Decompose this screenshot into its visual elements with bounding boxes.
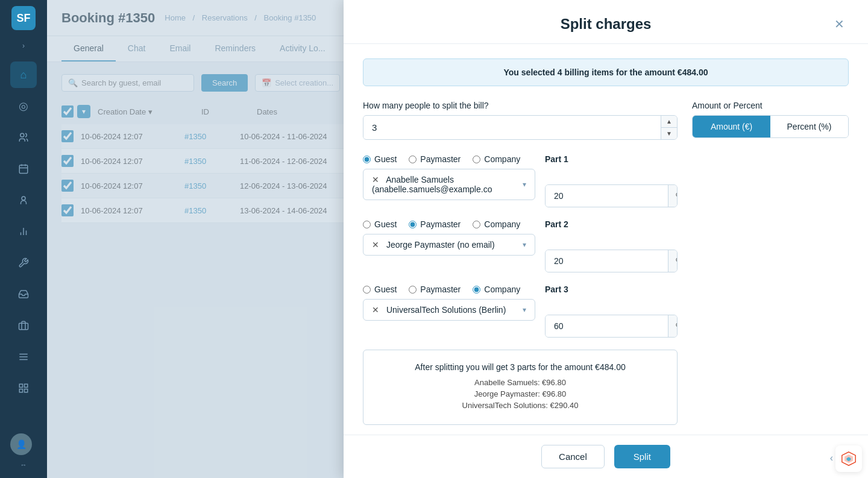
svg-rect-9 (19, 323, 28, 330)
sidebar-bottom: 👤 ↔ (10, 433, 37, 472)
radio-paymaster-label-2: Paymaster (420, 219, 461, 229)
modal-header: Split charges ✕ (344, 0, 868, 44)
summary-line-2: UniversalTech Solutions: €290.40 (378, 401, 662, 410)
radio-guest-1[interactable]: Guest (363, 154, 397, 164)
radio-group-2: Guest Paymaster Company (363, 219, 535, 229)
close-button[interactable]: ✕ (829, 14, 849, 34)
modal-title: Split charges (382, 16, 829, 33)
svg-point-5 (22, 197, 25, 200)
sidebar-item-search[interactable]: ◎ (10, 93, 37, 119)
sidebar-item-list[interactable] (10, 344, 37, 370)
part3-person-name: UniversalTech Solutions (Berlin) (386, 305, 506, 315)
svg-rect-14 (25, 384, 28, 387)
svg-rect-1 (19, 165, 28, 174)
svg-point-0 (20, 133, 24, 137)
sidebar-item-grid[interactable] (10, 375, 37, 401)
radio-guest-label-1: Guest (374, 154, 397, 164)
part2-dropdown-arrow: ▾ (523, 241, 526, 249)
part3-label: Part 3 (545, 285, 678, 294)
part-right-1: Part 1 % (545, 154, 678, 207)
radio-paymaster-label-3: Paymaster (420, 285, 461, 294)
split-form: How many people to split the bill? ▲ ▼ (363, 101, 849, 425)
part-left-3: Guest Paymaster Company (363, 285, 535, 321)
radio-group-1: Guest Paymaster Company (363, 154, 535, 164)
radio-guest-label-2: Guest (374, 219, 397, 229)
sidebar-item-users[interactable] (10, 124, 37, 151)
summary-line-1: Jeorge Paymaster: €96.80 (378, 389, 662, 398)
svg-rect-15 (25, 389, 28, 392)
svg-rect-16 (19, 389, 22, 392)
left-column: How many people to split the bill? ▲ ▼ (363, 101, 678, 425)
sidebar-item-chart[interactable] (10, 218, 37, 245)
part1-amount-input[interactable] (546, 185, 668, 207)
sidebar-item-calendar[interactable] (10, 156, 37, 182)
part1-amount-wrap: % (545, 184, 678, 207)
part3-dropdown[interactable]: ✕ UniversalTech Solutions (Berlin) ▾ (363, 299, 535, 321)
radio-paymaster-label-1: Paymaster (420, 154, 461, 164)
part-left-1: Guest Paymaster Company (363, 154, 535, 200)
radio-guest-3[interactable]: Guest (363, 285, 397, 294)
part1-dropdown[interactable]: ✕ Anabelle Samuels (anabelle.samuels@exa… (363, 169, 535, 200)
part3-clear-icon[interactable]: ✕ (372, 305, 379, 315)
part3-amount-wrap: % (545, 315, 678, 338)
part-right-2: Part 2 % (545, 219, 678, 272)
percent-button[interactable]: Percent (%) (770, 116, 848, 137)
sidebar-item-badge[interactable] (10, 312, 37, 339)
radio-guest-2[interactable]: Guest (363, 219, 397, 229)
info-banner: You selected 4 billing items for the amo… (363, 58, 849, 86)
sidebar: SF › ⌂ ◎ 👤 ↔ (0, 0, 47, 478)
radio-company-label-1: Company (484, 154, 520, 164)
radio-company-label-2: Company (484, 219, 520, 229)
part-left-2: Guest Paymaster Company (363, 219, 535, 256)
part-row-2: Guest Paymaster Company (363, 219, 678, 272)
modal-footer: Cancel Split (344, 435, 868, 478)
part-row-1: Guest Paymaster Company (363, 154, 678, 207)
part3-amount-input[interactable] (546, 315, 668, 337)
radio-paymaster-2[interactable]: Paymaster (409, 219, 461, 229)
split-charges-modal: Split charges ✕ You selected 4 billing i… (344, 0, 868, 478)
summary-title: After splitting you will get 3 parts for… (378, 362, 662, 372)
sidebar-logo: SF (11, 6, 36, 30)
part2-amount-input[interactable] (546, 250, 668, 272)
part-section-1: Guest Paymaster Company (363, 154, 678, 207)
parts-container: Guest Paymaster Company (363, 154, 678, 338)
main-content: Booking #1350 Home / Reservations / Book… (47, 0, 868, 478)
right-column: Amount or Percent Amount (€) Percent (%) (692, 101, 849, 138)
people-label: How many people to split the bill? (363, 101, 678, 110)
svg-rect-13 (19, 384, 22, 387)
cancel-button[interactable]: Cancel (541, 445, 605, 468)
increment-button[interactable]: ▲ (661, 116, 677, 128)
radio-company-3[interactable]: Company (473, 285, 520, 294)
avatar[interactable]: 👤 (10, 433, 32, 455)
brand-expand-icon[interactable]: ‹ (830, 453, 833, 464)
radio-paymaster-1[interactable]: Paymaster (409, 154, 461, 164)
part-right-3: Part 3 % (545, 285, 678, 338)
radio-company-1[interactable]: Company (473, 154, 520, 164)
part2-unit: % (668, 250, 678, 272)
decrement-button[interactable]: ▼ (661, 128, 677, 139)
part2-person-name: Jeorge Paymaster (no email) (386, 240, 495, 250)
brand-logo (835, 445, 862, 472)
part2-dropdown[interactable]: ✕ Jeorge Paymaster (no email) ▾ (363, 234, 535, 256)
split-button[interactable]: Split (614, 445, 670, 468)
sidebar-item-person[interactable] (10, 187, 37, 213)
summary-box: After splitting you will get 3 parts for… (363, 350, 678, 425)
radio-company-2[interactable]: Company (473, 219, 520, 229)
sidebar-expand-icon[interactable]: ↔ (10, 458, 37, 472)
sidebar-item-home[interactable]: ⌂ (10, 61, 37, 88)
part2-label: Part 2 (545, 219, 678, 229)
part2-clear-icon[interactable]: ✕ (372, 240, 379, 250)
radio-company-label-3: Company (484, 285, 520, 294)
part2-amount-wrap: % (545, 250, 678, 272)
sidebar-item-inbox[interactable] (10, 281, 37, 307)
sidebar-collapse-icon[interactable]: › (17, 40, 30, 52)
amount-button[interactable]: Amount (€) (693, 116, 770, 137)
sidebar-item-tools[interactable] (10, 250, 37, 276)
people-count-input[interactable] (363, 116, 661, 139)
radio-group-3: Guest Paymaster Company (363, 285, 535, 294)
part-section-2: Guest Paymaster Company (363, 219, 678, 272)
part-section-3: Guest Paymaster Company (363, 285, 678, 338)
part1-unit: % (668, 185, 678, 207)
radio-paymaster-3[interactable]: Paymaster (409, 285, 461, 294)
part1-clear-icon[interactable]: ✕ (372, 175, 379, 184)
